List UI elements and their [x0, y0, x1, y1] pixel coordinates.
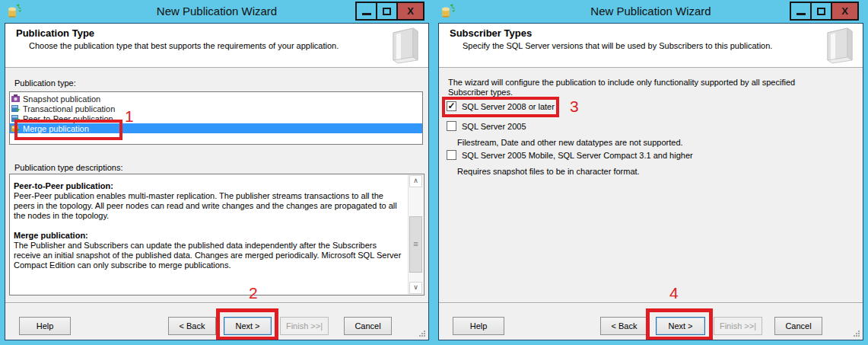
- scrollbar[interactable]: ∧ ≡ ∨: [408, 175, 423, 294]
- minimize-button[interactable]: [355, 2, 377, 21]
- checkbox-label: SQL Server 2005 Mobile, SQL Server Compa…: [462, 151, 693, 160]
- description-title: Peer-to-Peer publication:: [14, 181, 405, 191]
- checkbox-sql2008[interactable]: ✓ SQL Server 2008 or later: [447, 101, 555, 111]
- list-item-label: Transactional publication: [23, 104, 115, 113]
- screenshot-canvas: New Publication Wizard X Publication Typ…: [0, 0, 868, 345]
- snapshot-publication-icon: [11, 94, 20, 103]
- page-title: Subscriber Types: [450, 27, 532, 39]
- checkbox-note: Requires snapshot files to be in charact…: [457, 167, 640, 176]
- dialog-body: Subscriber Types Specify the SQL Server …: [438, 23, 863, 340]
- help-button[interactable]: Help: [453, 317, 504, 335]
- checkbox-sql2005-mobile[interactable]: SQL Server 2005 Mobile, SQL Server Compa…: [447, 150, 693, 160]
- titlebar[interactable]: New Publication Wizard X: [434, 0, 868, 23]
- list-item-label: Peer-to-Peer publication: [23, 114, 113, 123]
- description-title: Merge publication:: [14, 231, 405, 241]
- close-icon: X: [407, 5, 414, 17]
- descriptions-text: Peer-to-Peer publication: Peer-Peer publ…: [10, 174, 408, 295]
- scroll-down-icon[interactable]: ∨: [409, 282, 422, 294]
- wizard-intro-text: The wizard will configure the publicatio…: [448, 78, 832, 97]
- publication-descriptions-box[interactable]: Peer-to-Peer publication: Peer-Peer publ…: [9, 174, 424, 295]
- descriptions-label: Publication type descriptions:: [14, 163, 122, 172]
- finish-button[interactable]: Finish >>|: [714, 317, 762, 335]
- annotation-number-4: 4: [669, 284, 679, 302]
- page-subtitle: Specify the SQL Server versions that wil…: [463, 41, 772, 50]
- help-button[interactable]: Help: [19, 317, 71, 335]
- maximize-button[interactable]: [810, 2, 832, 21]
- close-button[interactable]: X: [396, 2, 424, 21]
- close-button[interactable]: X: [831, 2, 859, 21]
- titlebar[interactable]: New Publication Wizard X: [0, 0, 434, 23]
- peer-to-peer-publication-icon: [11, 114, 20, 123]
- close-icon: X: [841, 5, 848, 17]
- page-subtitle: Choose the publication type that best su…: [29, 41, 339, 50]
- next-button[interactable]: Next >: [656, 317, 705, 335]
- wizard-window-publication-type: New Publication Wizard X Publication Typ…: [0, 0, 434, 345]
- maximize-icon: [383, 8, 391, 15]
- list-item-peer-to-peer[interactable]: Peer-to-Peer publication: [10, 113, 422, 123]
- publication-type-listbox[interactable]: Snapshot publication Transactional publi…: [9, 91, 423, 145]
- checkbox-label: SQL Server 2008 or later: [462, 102, 555, 111]
- list-item-merge-selected[interactable]: Merge publication: [10, 123, 422, 133]
- page-title: Publication Type: [16, 27, 94, 39]
- resize-grip[interactable]: [419, 331, 426, 337]
- list-item-snapshot[interactable]: Snapshot publication: [10, 94, 422, 104]
- check-icon: ✓: [447, 101, 455, 111]
- wizard-banner: Subscriber Types Specify the SQL Server …: [439, 24, 863, 68]
- book-icon: [817, 25, 860, 65]
- checkbox-sql2005[interactable]: SQL Server 2005: [447, 121, 526, 131]
- scroll-up-icon[interactable]: ∧: [409, 175, 422, 187]
- resize-grip[interactable]: [854, 331, 860, 337]
- footer-separator: [439, 302, 863, 304]
- dialog-body: Publication Type Choose the publication …: [5, 23, 429, 340]
- description-body: The Publisher and Subscribers can update…: [14, 241, 405, 270]
- list-item-label: Snapshot publication: [23, 94, 100, 104]
- book-icon: [383, 25, 425, 65]
- transactional-publication-icon: [11, 104, 20, 113]
- annotation-number-3: 3: [570, 97, 579, 116]
- maximize-icon: [817, 8, 825, 15]
- minimize-icon: [362, 13, 371, 15]
- unchecked-checkbox-icon[interactable]: [447, 150, 456, 160]
- back-button[interactable]: < Back: [600, 317, 648, 335]
- footer-separator: [5, 302, 428, 304]
- wizard-window-subscriber-types: New Publication Wizard X Subscriber Type…: [434, 0, 868, 345]
- scrollbar-thumb[interactable]: ≡: [409, 216, 422, 273]
- merge-publication-icon: [11, 124, 20, 133]
- cancel-button[interactable]: Cancel: [344, 317, 392, 335]
- checkbox-note: Filestream, Date and other new datatypes…: [457, 138, 683, 147]
- unchecked-checkbox-icon[interactable]: [447, 121, 456, 131]
- minimize-icon: [796, 13, 806, 15]
- checkbox-label: SQL Server 2005: [462, 122, 526, 131]
- list-item-transactional[interactable]: Transactional publication: [10, 104, 422, 113]
- back-button[interactable]: < Back: [168, 317, 216, 335]
- wizard-banner: Publication Type Choose the publication …: [5, 24, 428, 68]
- checked-checkbox-icon[interactable]: ✓: [447, 101, 456, 111]
- minimize-button[interactable]: [790, 2, 812, 21]
- list-item-label: Merge publication: [23, 124, 89, 133]
- next-button[interactable]: Next >: [224, 317, 272, 335]
- cancel-button[interactable]: Cancel: [774, 317, 822, 335]
- publication-type-label: Publication type:: [14, 78, 76, 88]
- description-body: Peer-Peer publication enables multi-mast…: [14, 191, 405, 221]
- finish-button[interactable]: Finish >>|: [280, 317, 329, 335]
- maximize-button[interactable]: [376, 2, 398, 21]
